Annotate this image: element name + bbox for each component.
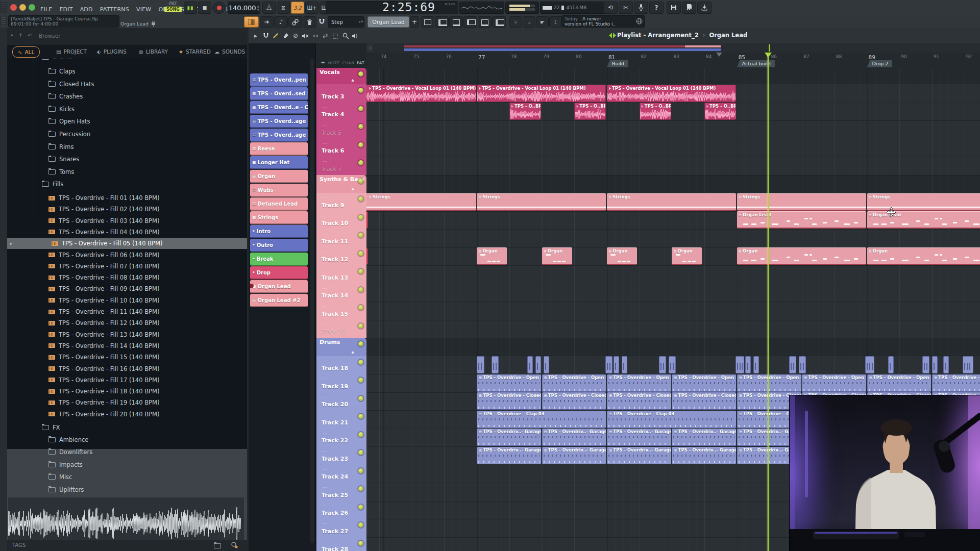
playlist-minimap[interactable]: ‹ (366, 43, 980, 53)
clip-tps-overdrive-open-hat-08[interactable]: ≡TPS - Overdrive - Open Hat 08 (737, 374, 801, 392)
track-header-track-13[interactable]: ⋯Track 13 (316, 265, 366, 284)
time-display[interactable]: 2:25:69 M:S:CS (326, 1, 458, 14)
clip-tps-o-bpm-[interactable]: ⊦TPS - O..BPM) (640, 103, 671, 120)
folder-misc[interactable]: Misc (7, 471, 247, 483)
track-menu-dots[interactable]: ⋯ (323, 195, 327, 200)
track-lane[interactable] (366, 139, 980, 158)
clip-tps-overdrive-vocal-loop-01-140-bpm-[interactable]: ⊦TPS - Overdrive - Vocal Loop 01 (140 BP… (477, 85, 606, 102)
track-group-drums[interactable]: Drums▲ (316, 338, 366, 357)
folder-drums[interactable]: Drums (7, 59, 247, 63)
track-mute-led[interactable] (358, 522, 363, 528)
clip-hit[interactable] (753, 356, 759, 373)
clip-hit[interactable] (535, 356, 541, 373)
track-menu-dots[interactable]: ⋯ (323, 304, 327, 309)
browser-tab-plugins[interactable]: ⬖PLUGINS (97, 46, 127, 57)
clip-hit[interactable] (544, 356, 549, 373)
trash-tool-icon[interactable] (303, 16, 316, 28)
export-icon[interactable] (697, 2, 712, 14)
pattern-selector[interactable]: Organ Lead (368, 16, 409, 28)
folder-uplifters[interactable]: Uplifters (7, 484, 247, 495)
minimize-window-button[interactable] (19, 4, 26, 11)
track-header-track-10[interactable]: ⋯Track 10 (316, 211, 366, 230)
track-mute-led[interactable] (358, 88, 363, 93)
play-pause-button[interactable]: ▮▮ (184, 2, 197, 14)
window-grip[interactable] (0, 2, 7, 13)
track-menu-dots[interactable]: ⋯ (323, 449, 327, 454)
fill-item-11[interactable]: TPS - Overdrive - Fill 11 (140 BPM) (7, 306, 247, 317)
clip-hit[interactable] (799, 356, 806, 373)
track-mute-led[interactable] (358, 486, 363, 491)
group-collapse-icon[interactable]: ▲ (352, 187, 354, 191)
menu-add[interactable]: ADD (80, 6, 93, 13)
menu-patterns[interactable]: PATTERNS (100, 6, 129, 13)
picker-item-tps-overd-age-rim-06[interactable]: ≡TPS - Overd..age Rim 06 (250, 115, 308, 128)
picker-item-tps-overd-age-rim-04[interactable]: ≡TPS - Overd..age Rim 04 (250, 129, 308, 142)
playhead-line[interactable] (768, 53, 769, 551)
track-menu-dots[interactable]: ⋯ (323, 141, 327, 146)
folder-downlifters[interactable]: Downlifters (7, 446, 247, 458)
clip-tps-overdrive-closed-hat-06[interactable]: ≡TPS - Overdrive - Closed Hat 06 (607, 392, 671, 410)
close-window-button[interactable] (10, 4, 17, 11)
clip-organ[interactable]: ≡Organ (867, 247, 980, 265)
folder-impacts[interactable]: Impacts (7, 459, 247, 470)
clip-hit[interactable] (789, 356, 796, 373)
picker-item-reese[interactable]: ≡Reese (250, 142, 308, 156)
pat-song-toggle[interactable]: PAT SONG (164, 1, 182, 13)
clip-tps-overdrive-open-hat-08[interactable]: ≡TPS - Overdrive - Open Hat 08 (477, 374, 541, 392)
shop-cart-icon[interactable]: ⌶ (549, 16, 562, 28)
clip-organ[interactable]: ≡Organ (477, 247, 507, 265)
track-panel-tab-note[interactable]: NOTE (328, 61, 340, 65)
picker-item-longer-hat[interactable]: ≡Longer Hat (250, 156, 308, 169)
fill-item-15[interactable]: TPS - Overdrive - Fill 15 (140 BPM) (7, 352, 247, 363)
clip-tps-overdrive-vocal-loop-01-140-bpm-[interactable]: ⊦TPS - Overdrive - Vocal Loop 01 (140 BP… (607, 85, 736, 102)
track-mute-led[interactable] (358, 215, 363, 220)
group-collapse-icon[interactable]: ▲ (352, 350, 354, 354)
track-menu-dots[interactable]: ⋯ (323, 485, 327, 490)
track-mute-led[interactable] (358, 233, 363, 238)
clip-strings[interactable]: ≡Strings (737, 193, 866, 211)
track-header-track-15[interactable]: ⋯Track 15 (316, 302, 366, 320)
clip-tps-overdriv-garage-rim-04[interactable]: ≡TPS - Overdriv..- Garage Rim 04 (672, 447, 736, 464)
track-lane[interactable] (366, 103, 980, 121)
track-menu-dots[interactable]: ⋯ (323, 250, 327, 255)
track-menu-dots[interactable]: ⋯ (323, 377, 327, 381)
picker-item-intro[interactable]: •Intro (250, 225, 308, 238)
tempo-display[interactable]: 140.000 ▲▼ (228, 2, 260, 14)
link-tool-icon[interactable] (288, 16, 302, 28)
clip-tps-overdrive-open-hat-08[interactable]: ≡TPS - Overdrive - Open Hat 08 (672, 374, 736, 392)
select-tool-icon[interactable]: ⬚ (331, 31, 340, 40)
track-header-track-22[interactable]: ⋯Track 22 (316, 429, 366, 447)
clip-organ[interactable]: ≡Organ (542, 247, 572, 265)
fill-item-7[interactable]: TPS - Overdrive - Fill 07 (140 BPM) (7, 261, 247, 272)
track-group-vocals[interactable]: Vocals▲ (316, 68, 366, 85)
stretch-tool-icon[interactable]: ↔ (311, 31, 320, 40)
clip-organ-lead[interactable]: ≡Organ Lead (867, 211, 980, 229)
snap-magnet-icon[interactable] (261, 31, 271, 40)
track-lane[interactable] (366, 229, 980, 248)
clip-hit[interactable] (614, 356, 619, 373)
picker-item-tps-overd-pen-hat-08[interactable]: ≡TPS - Overd..pen Hat 08 (250, 73, 308, 87)
undo-icon[interactable]: ⟲ (603, 2, 618, 14)
draw-tool-icon[interactable] (271, 31, 280, 40)
clip-tps-overdriv-garage-rim-06[interactable]: ≡TPS - Overdriv..- Garage Rim 06 (477, 429, 541, 446)
timeline-marker-build[interactable]: Build (607, 60, 628, 67)
fill-item-17[interactable]: TPS - Overdrive - Fill 17 (140 BPM) (7, 374, 247, 386)
track-menu-dots[interactable]: ⋯ (323, 123, 327, 128)
clip-tps-overdrive-closed-hat-06[interactable]: ≡TPS - Overdrive - Closed Hat 06 (477, 392, 541, 410)
clip-hit[interactable] (527, 356, 533, 373)
snap-magnet-icon[interactable] (318, 18, 325, 25)
clip-hit[interactable] (943, 356, 949, 373)
browser-expand-icon[interactable]: ▸ (11, 33, 13, 37)
slip-tool-icon[interactable]: ⊘ (291, 31, 300, 40)
stop-button[interactable]: ■ (198, 2, 211, 14)
folder-closed-hats[interactable]: Closed Hats (7, 79, 247, 90)
track-menu-dots[interactable]: ⋯ (323, 359, 327, 363)
oscilloscope[interactable] (459, 2, 504, 14)
record-button[interactable] (212, 2, 226, 14)
picker-scrollbar[interactable] (310, 59, 314, 543)
clip-organ-lead[interactable]: ≡Organ Lead (737, 211, 866, 229)
playlist-selected-pattern[interactable]: Organ Lead (709, 32, 747, 39)
clip-organ[interactable]: ≡Organ (737, 247, 866, 265)
clip-hit[interactable] (736, 356, 745, 373)
picker-item-organ-lead-2[interactable]: ≡Organ Lead #2 (250, 294, 308, 307)
